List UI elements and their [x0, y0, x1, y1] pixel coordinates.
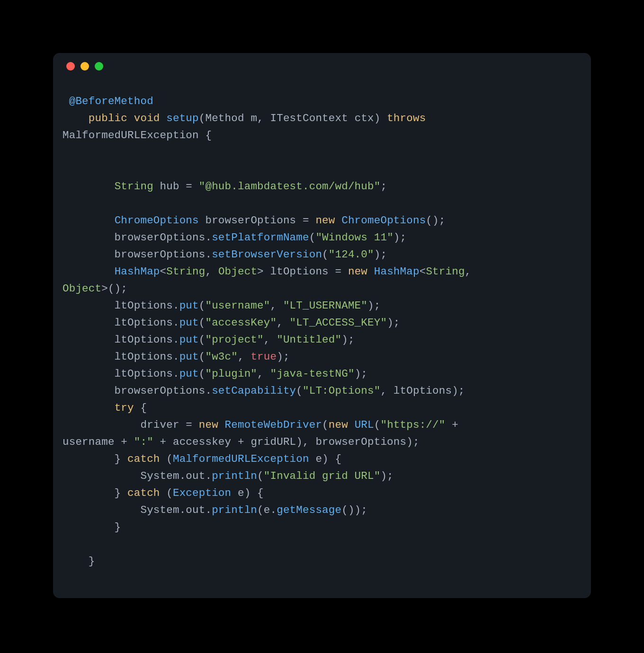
- code-token: (: [322, 248, 329, 261]
- code-token: [63, 402, 115, 414]
- code-token: ,: [264, 334, 277, 346]
- zoom-icon[interactable]: [95, 62, 103, 71]
- code-token: [335, 214, 342, 227]
- code-token: "Untitled": [277, 334, 341, 346]
- code-token: println: [212, 470, 257, 482]
- close-icon[interactable]: [66, 62, 75, 71]
- code-token: (: [199, 112, 206, 124]
- code-token: [63, 95, 69, 107]
- code-token: (: [199, 368, 206, 380]
- code-token: }: [63, 487, 127, 499]
- code-token: (: [296, 385, 303, 397]
- code-token: "accessKey": [205, 317, 277, 329]
- code-token: [127, 112, 134, 124]
- code-token: ltOptions.: [63, 317, 179, 329]
- code-token: ChromeOptions: [341, 214, 426, 227]
- code-token: "plugin": [205, 368, 257, 380]
- code-token: ;: [380, 180, 387, 193]
- code-token: Object: [63, 282, 101, 295]
- code-token: MalformedURLException {: [63, 129, 212, 141]
- code-token: browserOptions.: [63, 231, 212, 244]
- code-token: ,: [205, 265, 218, 278]
- code-token: driver =: [63, 419, 199, 431]
- code-token: username +: [63, 436, 134, 448]
- code-token: ,: [465, 265, 478, 278]
- code-token: "@hub.lambdatest.com/wd/hub": [199, 180, 381, 193]
- code-token: setBrowserVersion: [212, 248, 322, 261]
- code-token: setup: [166, 112, 199, 124]
- code-window: @BeforeMethod public void setup(Method m…: [53, 53, 591, 598]
- code-token: "LT:Options": [303, 385, 380, 397]
- code-token: (: [199, 334, 206, 346]
- code-token: }: [63, 521, 121, 533]
- code-token: setCapability: [212, 385, 296, 397]
- code-token: (: [199, 300, 206, 312]
- code-token: "Windows 11": [315, 231, 393, 244]
- code-token: new: [315, 214, 335, 227]
- code-token: e) {: [309, 453, 342, 465]
- code-token: [218, 419, 225, 431]
- code-token: ,: [238, 351, 250, 363]
- code-token: (: [199, 317, 206, 329]
- code-token: [348, 419, 355, 431]
- code-token: ltOptions.: [63, 368, 179, 380]
- code-token: ltOptions.: [63, 334, 179, 346]
- code-token: "https://": [380, 419, 445, 431]
- code-token: ,: [277, 317, 289, 329]
- code-token: );: [367, 300, 380, 312]
- code-token: + accesskey + gridURL), browserOptions);: [153, 436, 420, 448]
- code-token: String: [426, 265, 465, 278]
- code-token: put: [179, 368, 199, 380]
- code-token: ChromeOptions: [115, 214, 199, 227]
- code-token: try: [115, 402, 134, 414]
- code-token: ();: [426, 214, 445, 227]
- code-token: browserOptions.: [63, 385, 212, 397]
- code-token: true: [250, 351, 277, 363]
- code-token: catch: [127, 487, 160, 499]
- code-token: }: [63, 555, 95, 567]
- code-token: );: [380, 470, 393, 482]
- code-token: throws: [387, 112, 426, 124]
- code-token: void: [134, 112, 160, 124]
- code-token: (: [160, 453, 173, 465]
- code-token: [63, 265, 115, 278]
- code-token: }: [63, 453, 127, 465]
- code-token: > ltOptions =: [257, 265, 348, 278]
- code-token: "w3c": [205, 351, 238, 363]
- code-token: RemoteWebDriver: [225, 419, 322, 431]
- code-token: );: [341, 334, 354, 346]
- code-token: );: [394, 231, 406, 244]
- code-token: HashMap: [115, 265, 160, 278]
- code-token: setPlatformName: [212, 231, 309, 244]
- code-token: );: [374, 248, 387, 261]
- code-token: @BeforeMethod: [69, 95, 153, 107]
- code-token: Object: [218, 265, 257, 278]
- code-token: (: [257, 470, 264, 482]
- code-token: );: [277, 351, 289, 363]
- code-token: browserOptions.: [63, 248, 212, 261]
- code-token: "124.0": [329, 248, 374, 261]
- code-token: ITestContext: [270, 112, 348, 124]
- code-token: Method: [205, 112, 244, 124]
- code-token: ctx): [348, 112, 387, 124]
- code-token: "Invalid grid URL": [264, 470, 381, 482]
- code-token: HashMap: [374, 265, 420, 278]
- code-token: ltOptions.: [63, 351, 179, 363]
- code-token: +: [445, 419, 465, 431]
- code-token: ":": [134, 436, 153, 448]
- code-token: , ltOptions);: [380, 385, 465, 397]
- code-token: ());: [341, 504, 367, 516]
- code-token: (e.: [257, 504, 277, 516]
- code-token: (: [199, 351, 206, 363]
- code-token: {: [134, 402, 147, 414]
- code-token: new: [199, 419, 218, 431]
- code-token: ,: [257, 368, 270, 380]
- code-token: String: [115, 180, 153, 193]
- code-token: (: [322, 419, 329, 431]
- minimize-icon[interactable]: [80, 62, 89, 71]
- code-token: System.out.: [63, 470, 212, 482]
- code-token: ltOptions.: [63, 300, 179, 312]
- code-token: );: [387, 317, 400, 329]
- code-token: <: [160, 265, 167, 278]
- code-token: new: [348, 265, 367, 278]
